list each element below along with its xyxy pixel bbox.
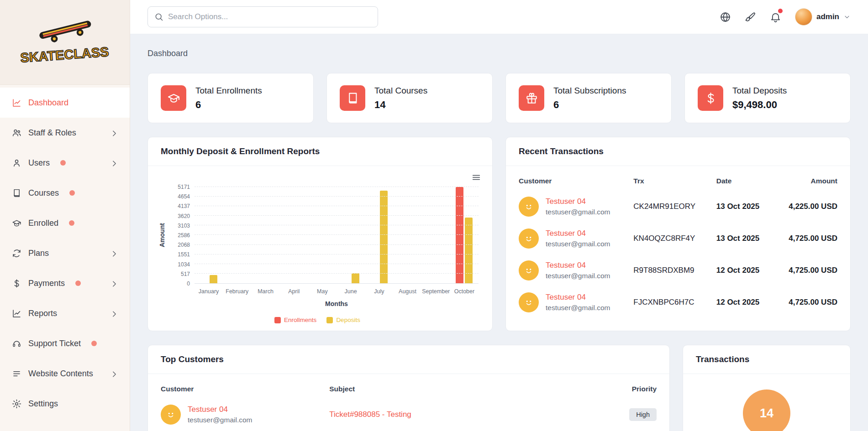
trx-date: 12 Oct 2025 <box>716 286 780 318</box>
recent-transactions-card: Recent Transactions CustomerTrxDateAmoun… <box>505 137 851 331</box>
skateclass-logo-icon: SKATECLASS <box>17 13 113 72</box>
priority-badge: High <box>629 408 657 421</box>
transaction-row: Testuser 04testuser@gmail.comR9T88SRDXBM… <box>519 254 837 286</box>
list-icon <box>12 369 21 379</box>
table-header-row: CustomerSubjectPriority <box>161 376 657 399</box>
user-avatar <box>795 8 812 26</box>
sidebar-item-label: Users <box>28 158 50 168</box>
customer-name-link[interactable]: Testuser 04 <box>546 261 610 270</box>
main-area: admin Dashboard Total Enrollments6Total … <box>130 0 868 431</box>
chart-card-title: Monthly Deposit & Enrollment Reports <box>148 137 492 166</box>
chevron-right-slot <box>110 369 118 378</box>
customer-avatar <box>519 260 539 280</box>
sidebar-item-staff-roles[interactable]: Staff & Roles <box>0 118 130 148</box>
book-icon <box>346 92 359 105</box>
customer-name-link[interactable]: Testuser 04 <box>188 405 253 414</box>
sidebar-item-enrolled[interactable]: Enrolled <box>0 208 130 238</box>
stat-card-total-courses: Total Courses14 <box>326 73 493 123</box>
sidebar-item-support-ticket[interactable]: Support Ticket <box>0 328 130 358</box>
dollar-icon <box>12 279 21 288</box>
bar-group-june <box>337 187 365 283</box>
notification-dot <box>91 341 97 346</box>
sidebar-item-label: Support Ticket <box>28 339 81 348</box>
bar-group-october <box>450 187 479 283</box>
transactions-widget-body: 14 <box>683 374 850 431</box>
sidebar-item-reports[interactable]: Reports <box>0 298 130 328</box>
ticket-subject-link[interactable]: Ticket#988085 - Testing <box>329 410 411 419</box>
y-axis-tick: 4137 <box>178 203 190 209</box>
sidebar-item-plans[interactable]: Plans <box>0 238 130 268</box>
bar-group-july <box>365 187 393 283</box>
search-icon <box>154 12 163 21</box>
graduation-cap-icon <box>167 92 180 105</box>
customer-name-link[interactable]: Testuser 04 <box>546 229 610 238</box>
sidebar: SKATECLASS DashboardStaff & RolesUsersCo… <box>0 0 130 431</box>
notification-dot <box>778 9 783 13</box>
gridline <box>195 215 479 216</box>
bar-group-august <box>393 187 421 283</box>
trx-date: 13 Oct 2025 <box>716 223 780 254</box>
trx-code: KN4OQZC8RF4Y <box>633 223 716 254</box>
transactions-table: CustomerTrxDateAmountTestuser 04testuser… <box>519 168 837 318</box>
chevron-right-slot <box>110 249 118 257</box>
legend-item-enrollments[interactable]: Enrollments <box>274 317 316 323</box>
column-header-priority: Priority <box>587 376 657 399</box>
bar-group-april <box>280 187 308 283</box>
stat-label: Total Courses <box>374 86 427 96</box>
sidebar-item-website-contents[interactable]: Website Contents <box>0 358 130 389</box>
top-customers-card: Top Customers CustomerSubjectPriorityTes… <box>147 345 670 431</box>
chevron-right-slot <box>110 309 118 317</box>
gridline <box>195 244 479 245</box>
notification-dot <box>69 190 75 196</box>
y-axis-title: Amount <box>156 187 168 284</box>
chart-line-icon <box>12 309 21 318</box>
y-axis-tick: 1551 <box>178 252 190 257</box>
search-input[interactable] <box>168 12 371 21</box>
charts-row: Monthly Deposit & Enrollment Reports Amo… <box>147 137 851 331</box>
customer-email: testuser@gmail.com <box>546 304 610 312</box>
stats-row: Total Enrollments6Total Courses14Total S… <box>147 73 851 123</box>
trx-amount: 4,225.00 USD <box>780 191 837 223</box>
chevron-right-icon <box>110 249 119 259</box>
sidebar-item-users[interactable]: Users <box>0 148 130 178</box>
sidebar-item-label: Staff & Roles <box>28 128 76 138</box>
customer-email: testuser@gmail.com <box>546 240 610 248</box>
customer-name-link[interactable]: Testuser 04 <box>546 197 610 206</box>
logo-text: SKATECLASS <box>20 44 109 65</box>
brush-button[interactable] <box>745 11 756 23</box>
sidebar-item-payments[interactable]: Payments <box>0 268 130 298</box>
globe-button[interactable] <box>720 11 731 23</box>
x-axis-tick: September <box>422 284 450 300</box>
sidebar-item-settings[interactable]: Settings <box>0 389 130 419</box>
sidebar-item-dashboard[interactable]: Dashboard <box>0 88 130 118</box>
customer-name-link[interactable]: Testuser 04 <box>546 293 610 302</box>
y-axis-tick: 1034 <box>178 262 190 267</box>
bar-enrollments-october <box>456 187 463 283</box>
stat-icon-wrap <box>519 85 544 111</box>
stat-label: Total Deposits <box>732 86 787 96</box>
sidebar-item-label: Website Contents <box>28 369 93 379</box>
y-axis-tick: 0 <box>187 281 190 286</box>
customer-cell: Testuser 04testuser@gmail.com <box>519 228 633 249</box>
bottom-row: Top Customers CustomerSubjectPriorityTes… <box>147 345 851 431</box>
avatar-face-icon <box>522 296 535 309</box>
bar-group-february <box>223 187 251 283</box>
x-axis-tick: February <box>223 284 251 300</box>
brush-icon <box>745 11 756 23</box>
y-axis-tick: 3103 <box>178 223 190 228</box>
legend-item-deposits[interactable]: Deposits <box>326 317 360 323</box>
sidebar-item-courses[interactable]: Courses <box>0 178 130 208</box>
customer-avatar <box>519 292 539 312</box>
globe-icon <box>720 11 731 23</box>
plot-area <box>195 187 479 284</box>
x-axis-tick: January <box>195 284 223 300</box>
chart-menu-button[interactable] <box>471 172 481 182</box>
logo[interactable]: SKATECLASS <box>0 0 130 85</box>
stat-icon-wrap <box>698 85 723 111</box>
app: SKATECLASS DashboardStaff & RolesUsersCo… <box>0 0 868 431</box>
bars <box>195 187 479 283</box>
bell-button[interactable] <box>770 11 781 23</box>
customers-table: CustomerSubjectPriorityTestuser 04testus… <box>161 376 657 431</box>
stat-text: Total Deposits$9,498.00 <box>732 86 787 111</box>
user-menu[interactable]: admin <box>795 8 851 26</box>
